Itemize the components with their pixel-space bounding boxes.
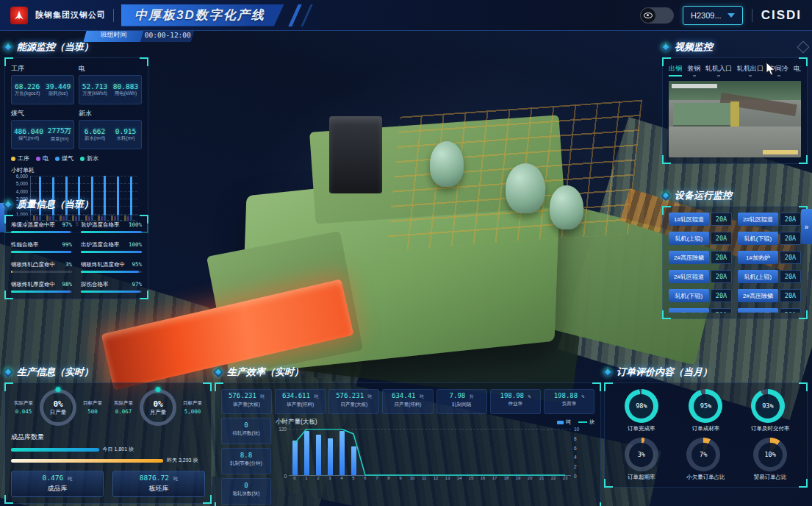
warehouse-box: 8876.72 吨板坯库 [112,471,205,497]
camera-tab-电加热[interactable]: 电加热 [794,64,801,76]
equipment-name-button[interactable]: 轧机(下辊) [738,232,778,245]
warehouse-value: 8876.72 吨 [113,474,204,482]
equipment-current-value: 20A [711,232,732,245]
visibility-toggle[interactable] [640,7,674,24]
energy-unit-label: 万度(kWh/t) [82,90,107,97]
right-axis-tick: 8 [574,435,577,441]
equipment-name-button[interactable]: 轧机(上辊) [738,270,778,283]
gridline [31,176,137,177]
quality-metric-label: 钢板终轧凸度命中 [11,261,55,268]
video-monitor-panel: 视频监控 出钢装钢轧机入口轧机出口中间冷电加热 [662,40,808,164]
warehouse-unit: 吨 [173,476,179,482]
efficiency-stat-label: 日产量(坯料) [383,402,432,408]
camera-tab-轧机入口[interactable]: 轧机入口 [705,64,732,76]
progress-fill [11,251,71,253]
hourly-output-chart: 小时产量(大板) 吨块 1200 1086420 012345678910111… [276,418,594,505]
cctv-video-thumbnail[interactable] [669,81,801,157]
equipment-current-value: 20A [711,289,732,302]
gauge-right-label: 目标产量 [80,400,105,407]
production-line-select[interactable]: H2309... [683,6,743,25]
order-kpi-value: 93% [762,402,773,410]
progress-track [81,271,142,273]
equipment-cell: 1#轧区辊道20A [669,308,732,313]
energy-chart-title: 小时单耗 [11,166,142,174]
efficiency-stat-unit: 吨 [314,393,318,399]
energy-value: 68.226 [15,82,40,90]
equipment-name-button[interactable]: 2#高压除鳞 [669,251,709,264]
equipment-cell: 2#高压除鳞20A [738,289,801,302]
x-axis-tick: 1 [301,476,312,480]
gauge-percent: 0% [53,399,62,409]
equipment-name-button[interactable]: 2#轧区辊道 [738,213,778,226]
equipment-monitor-panel: 设备运行监控 1#轧区辊道20A2#轧区辊道20A轧机(上辊)20A轧机(下辊)… [662,188,808,319]
energy-value-cell: 0.915水耗(m³) [115,127,137,142]
equipment-name-button[interactable]: 2#轧区辊道 [669,270,709,283]
equipment-name-button[interactable]: 1#轧区辊道 [669,213,709,226]
warehouse-unit: 吨 [68,476,73,482]
warehouse-label: 板坯库 [113,484,204,493]
legend-item: 新水 [80,154,98,163]
efficiency-stat: 634.41 吨日产量(坯料) [382,389,433,414]
diamond-icon [661,190,671,201]
order-kpi-donuts: 98%订单完成率95%订单成材率93%订单及时交付率3%订单超期率7%小欠量订单… [611,389,801,481]
order-kpi-donut: 93% [751,389,785,423]
order-kpi-label: 小欠量订单占比 [686,474,725,481]
order-kpi-value: 10% [764,451,775,458]
order-kpi-value: 95% [700,402,711,410]
quality-metric-value: 100% [129,241,142,249]
stock-section-label: 成品库数量 [11,432,205,442]
title-slash-decoration [301,4,312,26]
side-stat-label: 轧制节奏(分钟) [222,460,270,467]
panel-expand-tab[interactable]: » [801,209,812,244]
x-axis-tick: 22 [547,476,559,480]
orders-panel-title: 订单评价内容（当月） [617,366,712,379]
chevron-down-icon [727,13,735,18]
energy-value-cell: 486.040煤气(m³/t) [14,127,43,142]
quality-metric: 钢板终轧凸度命中3% [11,261,72,273]
equipment-name-button[interactable]: 2#高压除鳞 [738,289,778,302]
output-gauge: 实际产量0.0450%日产量目标产量500 [11,389,105,426]
equipment-name-button[interactable]: 2#加热炉 [738,308,778,313]
equipment-name-button[interactable]: 轧机(下辊) [669,289,709,302]
quality-metric-value: 97% [132,281,142,288]
equipment-name-button[interactable]: 1#加热炉 [738,251,778,264]
x-axis-tick: 15 [465,476,477,480]
cube-icon[interactable] [797,41,810,54]
efficiency-stat-unit: 吨 [420,393,424,399]
quality-metric: 钢板终轧温度命中95% [81,261,142,273]
energy-group-values: 68.226万焦(kgce/t)39.449能耗(tce) [11,75,74,104]
stock-bar-text: 昨天 3,293 块 [167,457,198,464]
x-axis-tick: 9 [395,476,406,480]
progress-track [11,271,72,273]
efficiency-stat-value: 198.88 % [545,392,594,399]
order-kpi-label: 订单及时交付率 [751,425,790,432]
progress-track [81,231,142,233]
top-header: 陕钢集团汉钢公司 中厚板3D数字化产线 H2309... CISDI [0,0,812,31]
camera-tab-出钢[interactable]: 出钢 [669,64,682,76]
order-kpi: 98%订单完成率 [625,389,658,432]
equipment-name-button[interactable]: 轧机(上辊) [669,232,709,245]
production-info-panel: 生产信息（实时） 实际产量0.0450%日产量目标产量500实际产量0.0670… [4,365,212,504]
progress-track [81,291,142,293]
camera-tab-装钢[interactable]: 装钢 [687,64,700,76]
x-axis-tick: 14 [453,476,465,480]
efficiency-side-stat: 0返轧块数(块) [221,478,271,505]
equipment-cell: 轧机(下辊)20A [738,232,801,245]
efficiency-stat-label: 作业率 [491,401,540,407]
quality-metric-value: 98% [62,281,72,288]
diamond-icon [3,367,13,377]
page-title: 中厚板3D数字化产线 [134,7,265,24]
gauge-right-value: 5,000 [180,408,205,415]
equipment-name-button[interactable]: 1#轧区辊道 [669,308,709,313]
energy-unit-label: 用量(m³) [48,136,71,143]
camera-tab-中间冷[interactable]: 中间冷 [769,64,788,76]
x-axis-tick: 11 [418,476,430,480]
warehouse-box: 0.476 吨成品库 [11,471,104,497]
quality-metric-value: 95% [132,261,142,268]
energy-legend: 工序电煤气新水 [11,154,142,163]
quality-metric-label: 出炉温度合格率 [81,241,120,249]
equipment-row: 1#轧区辊道20A2#加热炉20A [669,308,801,313]
company-logo [10,7,28,24]
efficiency-stat-value: 634.611 吨 [276,392,325,400]
camera-tab-轧机出口[interactable]: 轧机出口 [737,64,764,76]
